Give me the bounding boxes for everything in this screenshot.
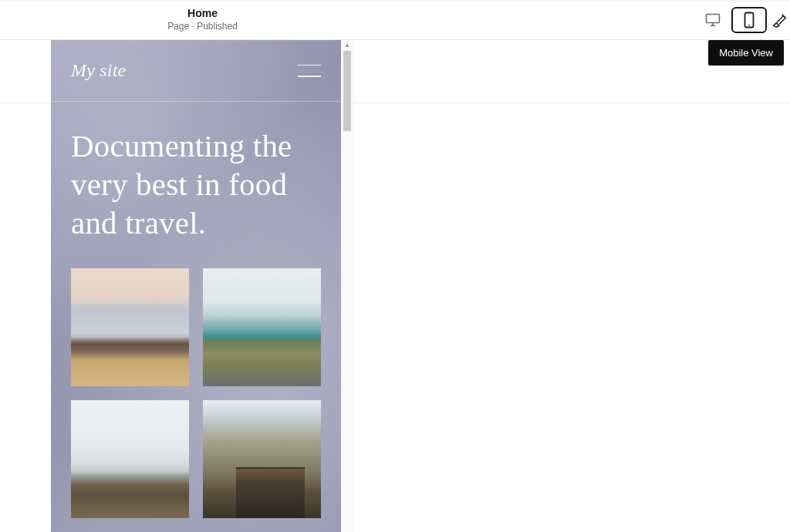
site-header: My site [51, 40, 341, 102]
scrollbar-up-arrow-icon[interactable]: ▲ [341, 42, 353, 49]
gallery-image[interactable] [71, 268, 189, 386]
paintbrush-icon [771, 12, 787, 28]
desktop-icon [705, 13, 721, 27]
image-gallery [71, 268, 321, 518]
hamburger-icon [298, 76, 321, 77]
hero-heading[interactable]: Documenting the very best in food and tr… [71, 126, 321, 242]
editor-toolbar: Home Page · Published Mobile View [0, 0, 790, 40]
svg-point-4 [748, 25, 750, 26]
gallery-image[interactable] [71, 400, 189, 518]
site-styles-button[interactable] [771, 8, 787, 32]
mobile-preview-frame: My site Documenting the very best in foo… [51, 40, 353, 532]
preview-scrollbar[interactable]: ▲ [341, 40, 353, 532]
hamburger-menu-button[interactable] [298, 65, 321, 77]
mobile-view-tooltip: Mobile View [708, 40, 784, 66]
page-title: Home [139, 7, 266, 21]
page-title-block[interactable]: Home Page · Published [139, 7, 266, 33]
mobile-preview-viewport[interactable]: My site Documenting the very best in foo… [51, 40, 341, 532]
hamburger-icon [298, 65, 321, 66]
scrollbar-thumb[interactable] [343, 51, 351, 131]
page-subtitle: Page · Published [139, 21, 266, 32]
svg-rect-0 [707, 15, 720, 23]
view-mode-controls [699, 0, 790, 40]
site-title[interactable]: My site [71, 60, 126, 81]
mobile-view-button[interactable] [731, 7, 767, 33]
desktop-view-button[interactable] [699, 8, 727, 32]
mobile-icon [744, 12, 755, 29]
gallery-image[interactable] [203, 268, 321, 386]
gallery-image[interactable] [203, 400, 321, 518]
